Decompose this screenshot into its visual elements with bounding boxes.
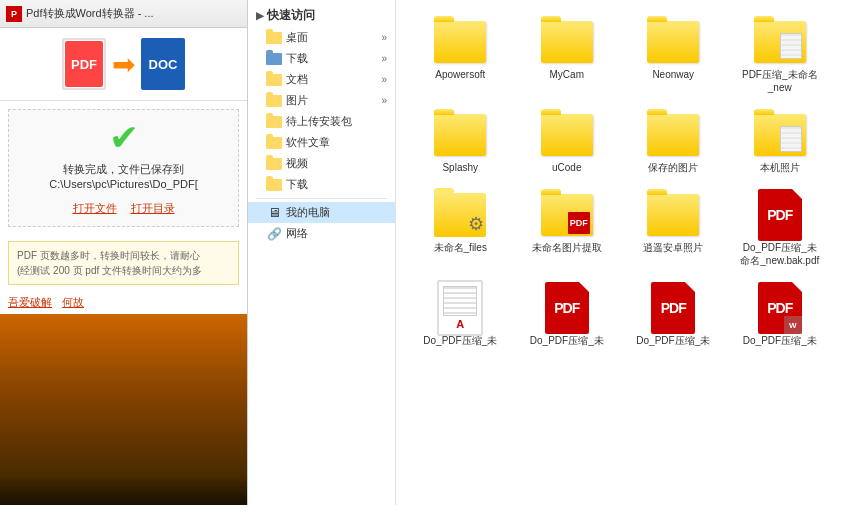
- dopdf2-icon: PDF: [541, 285, 593, 331]
- file-item-unnamed-files[interactable]: ⚙ 未命名_files: [408, 185, 513, 274]
- file-explorer: ▶ 快速访问 桌面 » 下载 » 文档 » 图片 »: [248, 0, 844, 505]
- dopdf1-icon: A: [434, 285, 486, 331]
- dopdf2-label: Do_PDF压缩_未: [530, 334, 604, 347]
- sidebar-item-label: 下载: [286, 51, 308, 66]
- pdf-icon: PDF: [62, 38, 106, 90]
- pdf-icon-inner: PDF: [65, 41, 103, 87]
- sidebar-item-videos[interactable]: 视频: [248, 153, 395, 174]
- app-titlebar: P Pdf转换成Word转换器 - ...: [0, 0, 247, 28]
- sidebar-item-downloads[interactable]: 下载 »: [248, 48, 395, 69]
- file-item-apowersoft[interactable]: Apowersoft: [408, 12, 513, 101]
- sidebar-pictures-arrow: »: [381, 95, 387, 106]
- link1[interactable]: 吾爱破解: [8, 295, 52, 310]
- link2[interactable]: 何故: [62, 295, 84, 310]
- sidebar-item-software[interactable]: 软件文章: [248, 132, 395, 153]
- explorer-sidebar: ▶ 快速访问 桌面 » 下载 » 文档 » 图片 »: [248, 0, 396, 505]
- gear-icon: ⚙: [468, 213, 484, 235]
- open-dir-link[interactable]: 打开目录: [131, 201, 175, 216]
- splashy-label: Splashy: [442, 161, 478, 174]
- mycam-label: MyCam: [550, 68, 584, 81]
- sidebar-item-documents[interactable]: 文档 »: [248, 69, 395, 90]
- sidebar-item-label: 桌面: [286, 30, 308, 45]
- app-icon: P: [6, 6, 22, 22]
- saved-photos-folder-icon: [647, 112, 699, 158]
- app-title: Pdf转换成Word转换器 - ...: [26, 6, 241, 21]
- sidebar-item-pictures[interactable]: 图片 »: [248, 90, 395, 111]
- sidebar-item-network[interactable]: 🔗 网络: [248, 223, 395, 244]
- converter-app: P Pdf转换成Word转换器 - ... PDF ➡ DOC ✔ 转换完成，文…: [0, 0, 248, 505]
- sidebar-network-label: 网络: [286, 226, 308, 241]
- info-links: 吾爱破解 何故: [8, 295, 239, 310]
- sidebar-item-label: 视频: [286, 156, 308, 171]
- sidebar-item-upload[interactable]: 待上传安装包: [248, 111, 395, 132]
- pdf-compress-label: PDF压缩_未命名_new: [740, 68, 820, 94]
- sidebar-item-label: 图片: [286, 93, 308, 108]
- file-item-dopdf-bak[interactable]: PDF Do_PDF压缩_未命名_new.bak.pdf: [728, 185, 833, 274]
- file-item-ucode[interactable]: uCode: [515, 105, 620, 181]
- desktop-folder-icon: [266, 31, 282, 45]
- explorer-content: ▶ 快速访问 桌面 » 下载 » 文档 » 图片 »: [248, 0, 844, 505]
- file-item-mycam[interactable]: MyCam: [515, 12, 620, 101]
- quick-access-arrow: ▶: [256, 10, 264, 21]
- quick-access-header[interactable]: ▶ 快速访问: [248, 4, 395, 27]
- file-item-dopdf2[interactable]: PDF Do_PDF压缩_未: [515, 278, 620, 354]
- neonway-folder-icon: [647, 19, 699, 65]
- sidebar-item-label: 软件文章: [286, 135, 330, 150]
- android-photos-label: 逍遥安卓照片: [643, 241, 703, 254]
- sidebar-documents-arrow: »: [381, 74, 387, 85]
- conversion-arrow-icon: ➡: [112, 48, 135, 81]
- dopdf-bak-icon: PDF: [754, 192, 806, 238]
- documents-folder-icon: [266, 73, 282, 87]
- dopdf3-label: Do_PDF压缩_未: [636, 334, 710, 347]
- file-grid: Apowersoft MyCam Neonway: [400, 8, 840, 358]
- sidebar-item-desktop[interactable]: 桌面 »: [248, 27, 395, 48]
- conversion-header: PDF ➡ DOC: [0, 28, 247, 101]
- neonway-label: Neonway: [652, 68, 694, 81]
- apowersoft-folder-icon: [434, 19, 486, 65]
- file-item-splashy[interactable]: Splashy: [408, 105, 513, 181]
- download2-folder-icon: [266, 178, 282, 192]
- sidebar-mycomputer-label: 我的电脑: [286, 205, 330, 220]
- splashy-folder-icon: [434, 112, 486, 158]
- file-item-dopdf1[interactable]: A Do_PDF压缩_未: [408, 278, 513, 354]
- upload-folder-icon: [266, 115, 282, 129]
- file-item-neonway[interactable]: Neonway: [621, 12, 726, 101]
- mycam-folder-icon: [541, 19, 593, 65]
- unnamed-files-label: 未命名_files: [434, 241, 487, 254]
- file-item-dopdf4[interactable]: PDF W Do_PDF压缩_未: [728, 278, 833, 354]
- info-box: PDF 页数越多时，转换时间较长，请耐心(经测试 200 页 pdf 文件转换时…: [8, 241, 239, 285]
- android-photos-folder-icon: [647, 192, 699, 238]
- local-photos-folder-icon: [754, 112, 806, 158]
- dopdf4-label: Do_PDF压缩_未: [743, 334, 817, 347]
- success-text: 转换完成，文件已保存到C:\Users\pc\Pictures\Do_PDF[: [49, 162, 198, 193]
- mycomputer-icon: 🖥: [266, 206, 282, 220]
- file-item-local-photos[interactable]: 本机照片: [728, 105, 833, 181]
- sidebar-desktop-arrow: »: [381, 32, 387, 43]
- image-extract-folder-icon: PDF: [541, 192, 593, 238]
- file-item-image-extract[interactable]: PDF 未命名图片提取: [515, 185, 620, 274]
- downloads-folder-icon: [266, 52, 282, 66]
- success-area: ✔ 转换完成，文件已保存到C:\Users\pc\Pictures\Do_PDF…: [8, 109, 239, 227]
- unnamed-files-folder-icon: ⚙: [434, 192, 486, 238]
- file-item-pdf-compress[interactable]: PDF压缩_未命名_new: [728, 12, 833, 101]
- file-item-saved-photos[interactable]: 保存的图片: [621, 105, 726, 181]
- sidebar-item-mycomputer[interactable]: 🖥 我的电脑: [248, 202, 395, 223]
- ucode-label: uCode: [552, 161, 581, 174]
- watermark-overlay: W: [784, 316, 802, 334]
- bottom-decorative-image: [0, 314, 247, 505]
- success-checkmark: ✔: [109, 120, 139, 156]
- dopdf-bak-label: Do_PDF压缩_未命名_new.bak.pdf: [740, 241, 820, 267]
- explorer-main: Apowersoft MyCam Neonway: [396, 0, 844, 505]
- file-item-dopdf3[interactable]: PDF Do_PDF压缩_未: [621, 278, 726, 354]
- sidebar-item-download2[interactable]: 下载: [248, 174, 395, 195]
- pdf-compress-folder-icon: [754, 19, 806, 65]
- local-photos-label: 本机照片: [760, 161, 800, 174]
- software-folder-icon: [266, 136, 282, 150]
- doc-icon: DOC: [141, 38, 185, 90]
- ucode-folder-icon: [541, 112, 593, 158]
- image-extract-label: 未命名图片提取: [532, 241, 602, 254]
- file-item-android-photos[interactable]: 逍遥安卓照片: [621, 185, 726, 274]
- open-file-link[interactable]: 打开文件: [73, 201, 117, 216]
- network-icon: 🔗: [266, 227, 282, 241]
- saved-photos-label: 保存的图片: [648, 161, 698, 174]
